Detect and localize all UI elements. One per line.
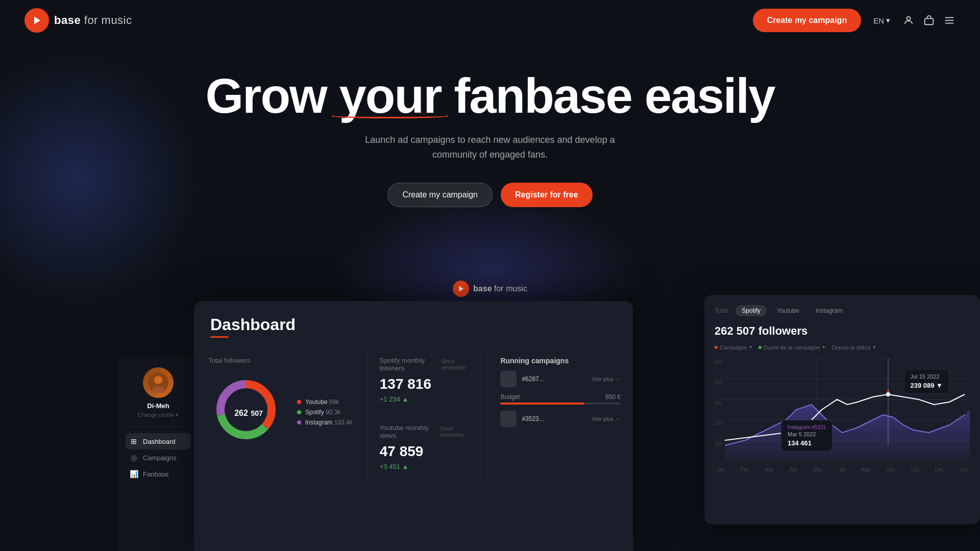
spotify-change: +1 234 ▲ xyxy=(380,395,476,403)
spotify-since: Since yesterday xyxy=(441,358,475,370)
preview-brand-light: for music xyxy=(492,284,527,293)
chart-card: Total Spotify Youtube Instagram 262 507 … xyxy=(704,295,980,524)
campaign-item-2: #3523... Voir plus → xyxy=(500,411,621,427)
hero-subtitle: Launch ad campaigns to reach new audienc… xyxy=(362,133,618,162)
campaigns-card: Running campaigns #6287... Voir plus → B… xyxy=(488,346,633,481)
duree-dot xyxy=(758,346,762,349)
donut-chart: 262 507 xyxy=(213,377,284,448)
svg-marker-6 xyxy=(459,286,463,292)
x-label-apr: Apr xyxy=(790,467,798,472)
lang-chevron: ▾ xyxy=(886,16,890,25)
x-label-mar: Mar xyxy=(765,467,774,472)
sidebar-item-campaigns[interactable]: ◎ Campaigns xyxy=(126,449,191,466)
chart-filter-campagne[interactable]: Campagne ▾ xyxy=(715,344,752,350)
instagram-dot xyxy=(297,420,301,424)
hero-title: Grow your fanbase easily xyxy=(0,71,980,120)
sidebar-change-profile[interactable]: Change profile ▾ xyxy=(126,412,191,418)
campaign-1-left: #6287... xyxy=(500,371,544,387)
x-label-jan2: Jan xyxy=(960,467,968,472)
chart-x-labels: Jan Fev Mar Apr May Jul Aug Sep Oct Dec … xyxy=(715,467,970,472)
x-label-jan: Jan xyxy=(717,467,725,472)
hero-title-fanbase: fanbase easily xyxy=(441,68,774,123)
campaign-item-1: #6287... Voir plus → xyxy=(500,371,621,387)
chart-svg-container: 800 600 400 200 100 xyxy=(715,359,970,463)
total-followers-card: Total followers xyxy=(194,346,368,481)
chart-filters: Campagne ▾ Durée de la campagne ▾ Depuis… xyxy=(715,344,970,350)
hero-buttons: Create my campaign Register for free xyxy=(0,183,980,207)
tooltip-2-platform: Instagram #5101 xyxy=(788,424,826,430)
campaign-2-link[interactable]: Voir plus → xyxy=(592,416,621,422)
debut-label: Depuis le début xyxy=(831,344,870,350)
campaigns-icon: ◎ xyxy=(130,454,138,462)
bag-icon[interactable] xyxy=(923,14,935,27)
stats-row: Total followers xyxy=(194,346,633,481)
svg-rect-2 xyxy=(925,18,934,24)
brand-light: for music xyxy=(81,14,132,27)
chart-tab-instagram[interactable]: Instagram xyxy=(810,305,849,316)
small-play-icon xyxy=(457,285,464,292)
svg-text:400: 400 xyxy=(715,400,722,406)
brand-bold: base xyxy=(54,14,81,27)
chart-tab-youtube[interactable]: Youtube xyxy=(771,305,805,316)
donut-center-value: 262 507 xyxy=(234,406,263,418)
x-label-may: May xyxy=(813,467,823,472)
nav-brand: base for music xyxy=(54,14,132,27)
hero-section: Grow your fanbase easily Launch ad campa… xyxy=(0,41,980,207)
spotify-dot xyxy=(297,410,301,414)
tooltip-2-date: Mar 5 2022 xyxy=(788,431,826,437)
campaign-1-thumb xyxy=(500,371,517,387)
chart-followers-count: 262 507 followers xyxy=(715,324,970,338)
campaign-2-name: #3523... xyxy=(522,415,544,422)
youtube-change: +3 451 ▲ xyxy=(380,463,476,470)
budget-bar xyxy=(500,403,621,405)
campaigns-title: Running campaigns xyxy=(500,357,621,365)
spotify-value: 137 816 xyxy=(380,376,476,392)
budget-value: 850 € xyxy=(605,393,621,400)
play-icon xyxy=(32,15,42,26)
budget-label: Budget 850 € xyxy=(500,393,621,400)
create-campaign-button[interactable]: Create my campaign xyxy=(753,9,862,32)
preview-area: base for music Di-Meh Change profile ▾ ⊞… xyxy=(0,276,980,551)
campagne-dot xyxy=(715,346,718,349)
sidebar-item-fanbase[interactable]: 📊 Fanbase xyxy=(126,466,191,482)
logo-icon xyxy=(24,8,49,33)
legend-instagram: Instagram 103.4k xyxy=(297,419,353,426)
hero-register-button[interactable]: Register for free xyxy=(501,183,593,207)
x-label-aug: Aug xyxy=(861,467,870,472)
nav-icons xyxy=(902,14,955,27)
sidebar-item-dashboard[interactable]: ⊞ Dashboard xyxy=(126,433,191,449)
duree-label: Durée de la campagne xyxy=(764,344,820,350)
sidebar-divider xyxy=(126,427,191,427)
language-selector[interactable]: EN ▾ xyxy=(873,16,890,25)
chart-filter-duree[interactable]: Durée de la campagne ▾ xyxy=(758,344,825,350)
hero-campaign-button[interactable]: Create my campaign xyxy=(387,183,493,207)
youtube-since: Since yesterday xyxy=(440,425,476,438)
x-label-jul: Jul xyxy=(839,467,845,472)
dashboard-card: Dashboard Total followers xyxy=(194,301,633,551)
followers-section: 262 507 Youtube 69k Spotify 90.3k xyxy=(208,368,353,456)
lang-label: EN xyxy=(873,16,884,25)
budget-bar-fill xyxy=(500,403,584,405)
x-label-dec: Dec xyxy=(935,467,944,472)
nav-right: Create my campaign EN ▾ xyxy=(753,9,955,32)
campaign-2-left: #3523... xyxy=(500,411,544,427)
chart-tab-spotify[interactable]: Spotify xyxy=(736,305,767,316)
sidebar-dashboard-label: Dashboard xyxy=(143,438,176,445)
x-label-fev: Fev xyxy=(741,467,749,472)
user-icon[interactable] xyxy=(902,14,915,27)
followers-legend: Youtube 69k Spotify 90.3k Instagram 103.… xyxy=(297,398,353,426)
svg-point-29 xyxy=(886,392,890,396)
campaign-2-thumb xyxy=(500,411,517,427)
campaign-1-link[interactable]: Voir plus → xyxy=(592,376,621,382)
svg-point-1 xyxy=(906,17,910,20)
youtube-label: Youtube monthly views Since yesterday xyxy=(380,424,476,439)
svg-marker-0 xyxy=(34,17,40,24)
streaming-stats-card: Spotify monthly listeners Since yesterda… xyxy=(368,346,488,481)
preview-brand-bold: base xyxy=(473,284,492,293)
svg-point-8 xyxy=(154,376,162,384)
chart-filter-debut[interactable]: Depuis le début ▾ xyxy=(831,344,875,350)
menu-icon[interactable] xyxy=(943,14,955,27)
sidebar-campaigns-label: Campaigns xyxy=(143,454,177,462)
hero-title-your: your xyxy=(339,71,441,120)
svg-text:600: 600 xyxy=(715,380,722,385)
